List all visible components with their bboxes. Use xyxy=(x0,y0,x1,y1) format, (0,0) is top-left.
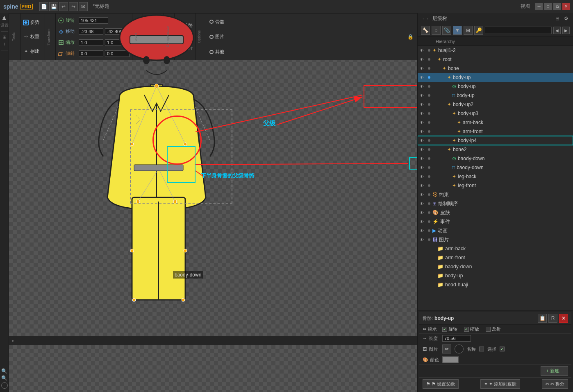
eye-armback[interactable]: 👁 xyxy=(418,120,426,125)
tree-item-skin[interactable]: 👁 🎨 皮肤 xyxy=(418,208,573,217)
next-nav-btn[interactable]: ▶ xyxy=(562,27,570,34)
left-tool-1[interactable]: ⊞ xyxy=(2,34,7,40)
delete-bone-btn[interactable]: ✕ xyxy=(559,314,568,323)
frame-filter-btn[interactable]: ⊞ xyxy=(464,26,473,35)
new-file-icon[interactable]: 📄 xyxy=(39,2,48,11)
highlight-filter-btn[interactable]: ▼ xyxy=(453,26,462,35)
reflect-checkbox-item[interactable]: ✓ 反射 xyxy=(486,326,501,332)
tree-item-legback[interactable]: 👁 ✦ leg-back xyxy=(418,172,573,181)
maximize-button[interactable]: □ xyxy=(544,3,552,10)
tree-item-armback[interactable]: 👁 ✦ arm-back xyxy=(418,118,573,127)
eye-bodyup2[interactable]: 👁 xyxy=(418,102,426,107)
filter-icon[interactable]: ⊟ xyxy=(554,15,561,22)
tree-item-event[interactable]: 👁 ⚡ 事件 xyxy=(418,217,573,226)
copy-btn[interactable]: 📋 xyxy=(538,314,547,323)
tree-item-bodyup-img[interactable]: 👁 □ body-up xyxy=(418,91,573,100)
tree-item-bone2[interactable]: 👁 ✦ bone2 xyxy=(418,145,573,154)
tree-item-bone[interactable]: 👁 ✦ bone xyxy=(418,64,573,73)
view-menu[interactable]: 视图 xyxy=(521,3,530,10)
eye-draworder[interactable]: 👁 xyxy=(418,202,426,206)
tree-item-draworder[interactable]: 👁 ⊞ 绘制顺序 xyxy=(418,199,573,208)
tree-item-bodyup2[interactable]: 👁 ✦ body-up2 xyxy=(418,100,573,109)
eye-event[interactable]: 👁 xyxy=(418,220,426,224)
eye-bodyup3[interactable]: 👁 xyxy=(418,111,426,116)
left-tool-4[interactable]: 🔍 xyxy=(1,375,7,381)
minimize-button[interactable]: ─ xyxy=(535,3,543,10)
prev-nav-btn[interactable]: ◀ xyxy=(553,27,561,34)
hierarchy-search-input[interactable] xyxy=(485,27,552,34)
image-edit-btn[interactable]: ✏ xyxy=(442,344,451,353)
length-input[interactable] xyxy=(442,335,471,342)
save-icon[interactable]: 💾 xyxy=(49,2,58,11)
hierarchy-icon: ⋮⋮ xyxy=(421,16,430,21)
left-tool-3[interactable]: 🔍 xyxy=(1,368,7,374)
eye-bodyup-mesh[interactable]: 👁 xyxy=(418,84,426,89)
eye-root[interactable]: 👁 xyxy=(418,57,426,62)
new-button[interactable]: + 新建... xyxy=(541,366,568,376)
set-parent-button[interactable]: ⚑ ⚑ 设置父级 xyxy=(423,379,459,389)
select-cb[interactable]: ✓ xyxy=(500,347,505,351)
eye-huaji[interactable]: 👁 xyxy=(418,48,426,53)
images-icon: 🖼 xyxy=(432,237,437,242)
tree-item-legfront[interactable]: 👁 ✦ leg-front xyxy=(418,181,573,190)
eye-bone2[interactable]: 👁 xyxy=(418,147,426,152)
image-filter-btn[interactable]: 📎 xyxy=(442,26,451,35)
left-tool-2[interactable]: + xyxy=(3,41,6,47)
eye-baodydown-img[interactable]: 👁 xyxy=(418,165,426,170)
tree-item-bodyup3[interactable]: 👁 ✦ body-up3 xyxy=(418,109,573,118)
eye-constraints[interactable]: 👁 xyxy=(418,193,426,197)
tree-item-constraints[interactable]: 👁 ⛓ 约束 xyxy=(418,190,573,199)
dot-bodyup-mesh xyxy=(426,85,432,88)
tree-item-images[interactable]: 👁 🖼 图片 xyxy=(418,235,573,244)
envelope-icon[interactable]: ✉ xyxy=(79,2,88,11)
rotate-cb[interactable]: ✓ xyxy=(442,327,447,332)
eye-images[interactable]: 👁 xyxy=(418,238,426,242)
tree-item-baodydown-img[interactable]: 👁 □ baody-down xyxy=(418,163,573,172)
eye-legback[interactable]: 👁 xyxy=(418,174,426,179)
tree-item-img-headhuaji[interactable]: 📁 head-huaji xyxy=(418,280,573,289)
tree-item-img-bodyup[interactable]: 📁 body-up xyxy=(418,271,573,280)
scale-checkbox-item[interactable]: ✓ 缩放 xyxy=(464,326,479,332)
key-filter-btn[interactable]: 🔑 xyxy=(474,26,483,35)
lock-icon[interactable]: 🔒 xyxy=(407,33,414,41)
eye-baodydown-mesh[interactable]: 👁 xyxy=(418,156,426,161)
add-to-skin-button[interactable]: ✦ ✦ 添加到皮肤 xyxy=(480,379,520,389)
viewport[interactable]: 父级 下半身骨骼的父级骨骼 baody-down CSDN @简花 Tme ● … xyxy=(9,13,417,392)
circle-filter-btn[interactable]: ○ xyxy=(432,26,441,35)
split-button[interactable]: ✂ ✂ 拆分 xyxy=(542,379,568,389)
tree-item-body-up[interactable]: 👁 ✦ body-up xyxy=(418,73,573,82)
scale-cb[interactable]: ✓ xyxy=(464,327,469,332)
eye-skin[interactable]: 👁 xyxy=(418,211,426,215)
eye-armfront[interactable]: 👁 xyxy=(418,129,426,134)
eye-body-up[interactable]: 👁 xyxy=(418,75,426,80)
eye-animation[interactable]: 👁 xyxy=(418,229,426,233)
tree-item-root[interactable]: 👁 ✦ root xyxy=(418,55,573,64)
redo-icon[interactable]: ↪ xyxy=(69,2,78,11)
tree-item-bodylp4[interactable]: 👁 ✦ body-lp4 xyxy=(418,136,573,145)
tree-item-baodydown-mesh[interactable]: 👁 ⊙ baody-down xyxy=(418,154,573,163)
tile-button[interactable]: ⧉ xyxy=(553,3,561,10)
name-cb[interactable]: ✓ xyxy=(479,347,484,351)
tree-item-armfront[interactable]: 👁 ✦ arm-front xyxy=(418,127,573,136)
undo-icon[interactable]: ↩ xyxy=(59,2,68,11)
reset-btn[interactable]: R xyxy=(548,314,557,323)
tree-item-img-baodydown[interactable]: 📁 baody-down xyxy=(418,262,573,271)
bone-filter-btn[interactable]: 🦴 xyxy=(421,26,430,35)
close-button[interactable]: ✕ xyxy=(562,3,570,10)
settings-icon[interactable]: ⚙ xyxy=(562,15,570,22)
eye-bodyup-img[interactable]: 👁 xyxy=(418,93,426,98)
eye-bodylp4[interactable]: 👁 xyxy=(418,138,426,143)
tree-item-animation[interactable]: 👁 ▶ 动画 xyxy=(418,226,573,235)
tree-item-img-armback[interactable]: 📁 arm-back xyxy=(418,244,573,253)
rotate-checkbox-item[interactable]: ✓ 旋转 xyxy=(442,326,457,332)
tree-item-img-armfront[interactable]: 📁 arm-front xyxy=(418,253,573,262)
reflect-cb[interactable]: ✓ xyxy=(486,327,491,332)
tree-item-huaji[interactable]: 👁 ✦ huaji1-2 xyxy=(418,46,573,55)
tree-item-bodyup-mesh[interactable]: 👁 ⊙ body-up xyxy=(418,82,573,91)
person-icon[interactable]: ♟ xyxy=(2,15,7,21)
eye-bone[interactable]: 👁 xyxy=(418,66,426,71)
event-icon: ⚡ xyxy=(432,219,439,224)
color-swatch[interactable] xyxy=(442,356,459,363)
hierarchy-tree-container[interactable]: 👁 ✦ huaji1-2 👁 ✦ root 👁 xyxy=(418,46,573,310)
eye-legfront[interactable]: 👁 xyxy=(418,184,426,188)
